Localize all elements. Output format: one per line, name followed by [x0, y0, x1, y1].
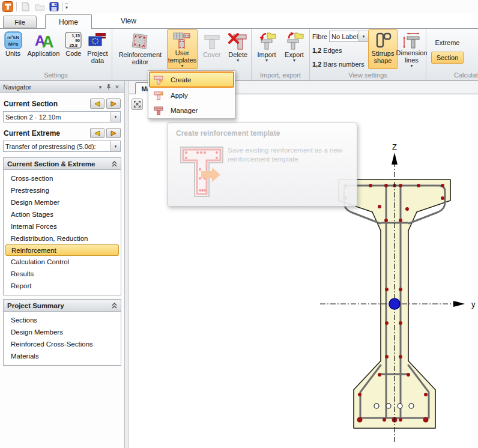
navigator-body: Current Section Section 2 - 12.10m ▾ Cur… — [0, 93, 124, 448]
edges-toggle[interactable]: 1,2 Edges — [312, 44, 367, 56]
nav-item-design-member[interactable]: Design Member — [4, 196, 121, 208]
menu-item-apply[interactable]: Apply — [149, 88, 234, 103]
open-folder-icon[interactable] — [34, 1, 46, 13]
navigator-pin-icon[interactable] — [104, 83, 113, 90]
nav-item-results[interactable]: Results — [4, 268, 121, 280]
project-summary-list: Sections Design Members Reinforced Cross… — [3, 312, 121, 366]
create-template-tooltip: Create reinforcement template — [167, 123, 357, 207]
dimension-lines-button[interactable]: Dimension lines ▾ — [398, 29, 426, 69]
current-extreme-caret-icon[interactable]: ▾ — [110, 141, 120, 151]
fibre-row: Fibre No Label ▾ — [312, 31, 367, 42]
section-extreme-list: Cross-section Prestressing Design Member… — [3, 170, 121, 295]
nav-item-internal-forces[interactable]: Internal Forces — [4, 220, 121, 232]
bars-numbers-prefix-icon: 1,2 — [312, 61, 321, 68]
save-icon[interactable] — [48, 1, 60, 13]
reinforcement-editor-button[interactable]: Reinforcement editor — [113, 29, 167, 69]
template-tooltip-icon — [177, 142, 226, 202]
project-data-label: Project data — [85, 50, 110, 64]
project-data-button[interactable]: Project data — [85, 29, 110, 69]
next-section-button[interactable] — [106, 98, 121, 109]
zoom-fit-button[interactable] — [132, 98, 143, 110]
group-header-project-summary[interactable]: Project Summary — [3, 299, 121, 312]
fibre-select[interactable]: No Label ▾ — [329, 31, 369, 42]
svg-text:25.8: 25.8 — [70, 43, 78, 47]
ribbon: m²kN MPa Units A A Application 1,15 — [0, 28, 478, 81]
user-templates-button[interactable]: User templates ▾ — [167, 29, 198, 69]
tab-view[interactable]: View — [105, 14, 152, 28]
customize-toolbar-caret-icon[interactable]: ▾ — [65, 4, 68, 10]
app-logo-icon[interactable] — [2, 1, 14, 13]
svg-text:MPa: MPa — [8, 41, 18, 47]
current-button[interactable]: Cu — [467, 29, 478, 69]
menu-item-label: Manager — [166, 107, 198, 114]
current-section-value: Section 2 - 12.10m — [4, 114, 110, 121]
collapse-chevron-icon — [112, 161, 117, 167]
code-label: Code — [65, 50, 81, 57]
main-area: Navigator ▾ ✕ Current Section — [0, 81, 478, 448]
nav-item-report[interactable]: Report — [4, 280, 121, 292]
nav-item-design-members[interactable]: Design Members — [4, 326, 121, 338]
user-templates-label: User templates — [168, 49, 197, 64]
toolbar-separator — [16, 2, 17, 11]
current-section-select[interactable]: Section 2 - 12.10m ▾ — [3, 111, 121, 123]
group-header-label: Project Summary — [7, 302, 64, 309]
new-document-icon[interactable] — [19, 1, 31, 13]
quick-access-toolbar: ▾ — [0, 0, 478, 13]
canvas-column: Main — [129, 81, 478, 448]
navigator-close-icon[interactable]: ✕ — [113, 84, 121, 90]
menu-item-create[interactable]: Create — [149, 71, 234, 88]
bars-numbers-label: Bars numbers — [323, 61, 364, 68]
reinforcement-editor-icon — [130, 31, 150, 50]
group-header-current-section-extreme[interactable]: Current Section & Extreme — [3, 157, 121, 170]
code-icon: 1,15 90 25.8 — [64, 31, 82, 49]
fibre-caret-icon[interactable]: ▾ — [358, 31, 368, 41]
stirrups-shape-icon — [374, 31, 393, 49]
nav-item-materials[interactable]: Materials — [4, 350, 121, 362]
menu-item-manager[interactable]: Manager — [149, 103, 234, 118]
extreme-button[interactable]: Extreme — [431, 37, 464, 49]
nav-item-cross-section[interactable]: Cross-section — [4, 172, 121, 184]
nav-item-prestressing[interactable]: Prestressing — [4, 184, 121, 196]
navigator-title: Navigator — [3, 83, 31, 91]
nav-item-redistribution-reduction[interactable]: Redistribution, Reduction — [4, 232, 121, 244]
nav-item-reinforcement[interactable]: Reinforcement — [5, 244, 119, 256]
import-button[interactable]: Import ▾ — [253, 29, 280, 69]
cover-button[interactable]: Cover — [198, 29, 226, 69]
delete-button[interactable]: Delete ▾ — [226, 29, 250, 69]
current-extreme-select[interactable]: Transfer of prestressing (5.0d): ▾ — [3, 141, 121, 152]
nav-item-sections[interactable]: Sections — [4, 314, 121, 326]
bars-numbers-toggle[interactable]: 1,2 Bars numbers — [312, 58, 367, 70]
ribbon-tab-row: File Home View — [0, 13, 478, 28]
stirrups-shape-label: Stirrups shape — [369, 50, 397, 64]
user-templates-menu: Create Apply Manager — [148, 70, 235, 119]
cover-label: Cover — [203, 51, 220, 58]
tab-home[interactable]: Home — [45, 14, 92, 29]
nav-item-calculation-control[interactable]: Calculation Control — [4, 256, 121, 268]
edges-label: Edges — [323, 47, 342, 54]
code-button[interactable]: 1,15 90 25.8 Code — [62, 29, 85, 69]
previous-extreme-button[interactable] — [90, 128, 104, 138]
collapse-chevron-icon — [112, 303, 117, 309]
nav-item-reinforced-cross-sections[interactable]: Reinforced Cross-Sections — [4, 338, 121, 350]
tab-file[interactable]: File — [3, 16, 37, 28]
drawing-canvas[interactable]: Z y Create reinforcement template — [129, 94, 478, 448]
stirrups-shape-button[interactable]: Stirrups shape — [368, 29, 398, 69]
units-button[interactable]: m²kN MPa Units — [1, 29, 25, 69]
previous-section-button[interactable] — [90, 98, 104, 109]
project-data-icon — [88, 31, 107, 49]
export-button[interactable]: Export ▾ — [280, 29, 308, 69]
svg-text:90: 90 — [76, 38, 80, 43]
nav-item-action-stages[interactable]: Action Stages — [4, 208, 121, 220]
next-extreme-button[interactable] — [106, 128, 121, 138]
user-templates-caret-icon: ▾ — [181, 64, 183, 68]
panel-splitter[interactable] — [125, 81, 129, 448]
units-icon: m²kN MPa — [4, 31, 22, 49]
application-button[interactable]: A A Application — [25, 29, 62, 69]
current-section-caret-icon[interactable]: ▾ — [110, 112, 120, 122]
fibre-label: Fibre — [312, 33, 327, 40]
group-label-import-export: Import, export — [252, 71, 309, 80]
section-button[interactable]: Section — [431, 52, 464, 64]
z-axis-label: Z — [392, 142, 397, 151]
tooltip-title: Create reinforcement template — [176, 129, 357, 138]
navigator-menu-caret-icon[interactable]: ▾ — [96, 84, 104, 90]
